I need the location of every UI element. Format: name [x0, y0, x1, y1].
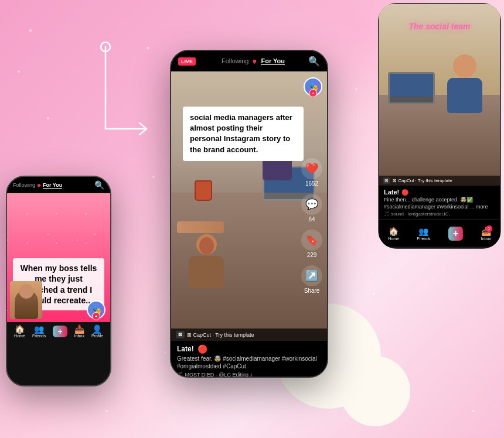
center-video-info: Late! 🔴 Greatest fear. 🤯 #socialmediaman…	[171, 341, 327, 378]
left-add-btn[interactable]: +	[53, 326, 67, 337]
right-person-body	[447, 78, 482, 113]
right-username-row: Late! 🔴	[384, 189, 495, 196]
bookmark-icon[interactable]: 🔖	[301, 230, 322, 251]
left-action-friends[interactable]: 👥 Friends	[32, 324, 46, 338]
left-actions: 🏠 Home 👥 Friends + 📥 Inbox 👤 Profile	[7, 322, 110, 340]
right-info: Late! 🔴 Fine then... challenge accepted.…	[379, 186, 500, 220]
person-head	[19, 284, 33, 299]
right-capcut-logo: ⊠	[383, 177, 390, 184]
left-nav-tabs: Following For You	[13, 182, 62, 189]
left-video-area: When my boss tells me they just watched …	[7, 193, 110, 322]
left-avatar: 🎭 +	[87, 300, 105, 319]
center-nav-tabs: Following · For You	[222, 57, 285, 65]
right-laptop-screen	[390, 74, 433, 97]
left-search-icon: 🔍	[94, 180, 104, 190]
mug	[195, 180, 212, 201]
right-music: 🎵 sound · lordgasterstrudel.IC.	[384, 211, 495, 217]
right-bottom-nav: 🏠 Home 👥 Friends + 📥 Inbox 1	[379, 220, 500, 247]
center-nav-dot: ·	[253, 60, 256, 63]
right-nav-friends[interactable]: 👥 Friends	[417, 227, 430, 241]
arrow-drawing	[70, 35, 158, 182]
person-2	[189, 234, 224, 287]
sparkle-1	[29, 29, 32, 32]
right-phone: The social team ⊠ ⊠ CapCut · Try this te…	[378, 3, 501, 249]
right-video-area: The social team ⊠ ⊠ CapCut · Try this te…	[379, 4, 500, 186]
left-nav-following: Following	[13, 182, 35, 188]
center-username-row: Late! 🔴	[177, 344, 321, 354]
sparkle-2	[18, 70, 20, 73]
sparkle-7	[105, 410, 108, 412]
center-username: Late!	[177, 345, 194, 353]
right-laptop	[388, 72, 435, 104]
center-phone: LIVE Following · For You 🔍	[170, 50, 328, 378]
right-person	[447, 54, 482, 113]
right-description: Fine then... challenge accepted. 🤯✅ #soc…	[384, 197, 495, 210]
save-button[interactable]: 🔖 229	[301, 230, 322, 258]
right-emoji: 🔴	[401, 189, 408, 196]
left-phone-topbar: Following For You 🔍	[7, 177, 110, 193]
center-music: 🎵 MOST DIED - @LC Editing ♪	[177, 372, 321, 378]
center-video-area: social media managers after almost posti…	[171, 71, 327, 341]
left-nav-dot	[38, 184, 40, 187]
right-person-head	[453, 54, 476, 78]
center-capcut-banner[interactable]: ⊠ ⊠ CapCut · Try this template	[171, 328, 327, 341]
center-action-buttons: ❤️ 1652 💬 64 🔖 229 ↗️ Share	[301, 158, 322, 294]
right-capcut-banner[interactable]: ⊠ ⊠ CapCut · Try this template	[379, 176, 500, 186]
center-topbar: LIVE Following · For You 🔍	[171, 51, 327, 71]
share-label: Share	[304, 288, 320, 294]
comment-count: 64	[308, 216, 315, 223]
right-social-caption: The social team	[385, 22, 494, 31]
person-2-face	[199, 237, 214, 255]
right-add-btn[interactable]: +	[448, 227, 463, 241]
sparkle-9	[355, 88, 357, 90]
left-plus-badge: +	[92, 312, 100, 320]
live-badge: LIVE	[178, 57, 196, 66]
center-plus-badge: +	[309, 89, 317, 97]
share-icon[interactable]: ↗️	[301, 265, 322, 286]
center-emoji: 🔴	[197, 344, 207, 354]
right-nav-home[interactable]: 🏠 Home	[388, 227, 399, 241]
sparkle-6	[164, 351, 166, 354]
center-nav-following[interactable]: Following	[222, 57, 248, 65]
center-avatar: 🎭 +	[304, 77, 322, 96]
left-action-home[interactable]: 🏠 Home	[14, 324, 25, 338]
sparkle-3	[47, 117, 49, 119]
right-capcut-text: ⊠ CapCut · Try this template	[393, 178, 452, 183]
right-home-icon: 🏠	[389, 227, 399, 236]
center-search-icon[interactable]: 🔍	[308, 56, 320, 67]
left-nav-for-you: For You	[43, 182, 62, 189]
person-2-body	[189, 256, 224, 288]
right-scene	[379, 4, 500, 186]
left-face-video	[10, 281, 42, 319]
center-description: Greatest fear. 🤯 #socialmediamanager #wo…	[177, 355, 321, 370]
center-live-area: LIVE	[178, 57, 198, 66]
save-count: 229	[307, 252, 317, 258]
heart-icon[interactable]: ❤️	[301, 158, 322, 179]
right-nav-inbox[interactable]: 📥 Inbox 1	[481, 227, 491, 241]
right-username: Late!	[384, 189, 399, 196]
comment-icon[interactable]: 💬	[301, 194, 322, 215]
right-friends-icon: 👥	[418, 227, 428, 236]
capcut-logo: ⊠	[176, 331, 185, 338]
hands	[177, 221, 224, 233]
like-button[interactable]: ❤️ 1652	[301, 158, 322, 187]
left-action-profile[interactable]: 👤 Profile	[91, 324, 103, 338]
person-2-head	[196, 234, 217, 255]
sparkle-10	[373, 293, 375, 295]
right-inbox-badge: 1	[486, 225, 492, 232]
blob-decoration-2	[340, 356, 410, 426]
like-count: 1652	[305, 180, 318, 187]
comment-button[interactable]: 💬 64	[301, 194, 322, 223]
share-button[interactable]: ↗️ Share	[301, 265, 322, 294]
center-avatar-area: 🎭 +	[304, 77, 322, 96]
left-phone: Following For You 🔍 When my boss tells m…	[6, 176, 111, 386]
sparkle-13	[472, 410, 475, 412]
left-action-inbox[interactable]: 📥 Inbox	[74, 324, 84, 338]
capcut-label: ⊠ CapCut · Try this template	[187, 332, 254, 338]
center-nav-for-you[interactable]: For You	[261, 57, 285, 65]
center-caption: social media managers after almost posti…	[183, 107, 304, 161]
